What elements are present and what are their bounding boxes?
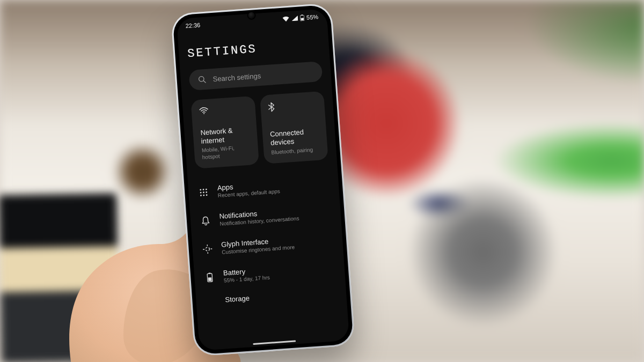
signal-status-icon: [291, 16, 298, 21]
wifi-status-icon: [282, 16, 290, 22]
battery-percent: 55%: [306, 13, 319, 21]
phone-frame: 22:36 55% SETTINGS Search settings Netwo: [171, 3, 355, 356]
settings-list: Apps Recent apps, default apps Notificat…: [196, 169, 338, 305]
search-settings[interactable]: Search settings: [188, 61, 323, 91]
card-subtitle: Mobile, Wi-Fi, hotspot: [202, 144, 252, 160]
card-connected-devices[interactable]: Connected devices Bluetooth, pairing: [260, 91, 328, 164]
search-placeholder: Search settings: [213, 71, 261, 83]
svg-point-5: [203, 113, 204, 114]
svg-point-14: [206, 194, 208, 196]
svg-line-4: [203, 80, 206, 83]
background-books: [0, 184, 120, 362]
card-network-internet[interactable]: Network & internet Mobile, Wi-Fi, hotspo…: [191, 96, 259, 169]
phone-screen: 22:36 55% SETTINGS Search settings Netwo: [177, 9, 350, 351]
svg-point-9: [200, 191, 202, 193]
svg-point-13: [203, 194, 204, 196]
card-subtitle: Bluetooth, pairing: [271, 146, 320, 156]
bell-icon: [201, 216, 210, 226]
search-icon: [197, 75, 207, 84]
battery-status-icon: [300, 14, 305, 21]
svg-rect-22: [208, 277, 211, 281]
apps-icon: [199, 188, 208, 197]
svg-point-6: [200, 189, 201, 190]
card-title: Connected devices: [270, 127, 320, 148]
page-title: SETTINGS: [187, 38, 320, 61]
bluetooth-icon: [268, 102, 275, 112]
svg-rect-2: [301, 18, 304, 20]
svg-point-12: [200, 194, 202, 196]
battery-icon: [206, 272, 213, 283]
clock: 22:36: [185, 21, 200, 29]
wifi-icon: [199, 107, 209, 115]
svg-point-8: [206, 188, 207, 190]
svg-point-15: [206, 247, 210, 251]
glyph-icon: [202, 243, 213, 254]
svg-point-11: [206, 191, 207, 193]
card-title: Network & internet: [200, 125, 250, 146]
svg-point-10: [203, 191, 204, 193]
svg-point-7: [202, 188, 204, 190]
row-title: Storage: [225, 294, 250, 304]
